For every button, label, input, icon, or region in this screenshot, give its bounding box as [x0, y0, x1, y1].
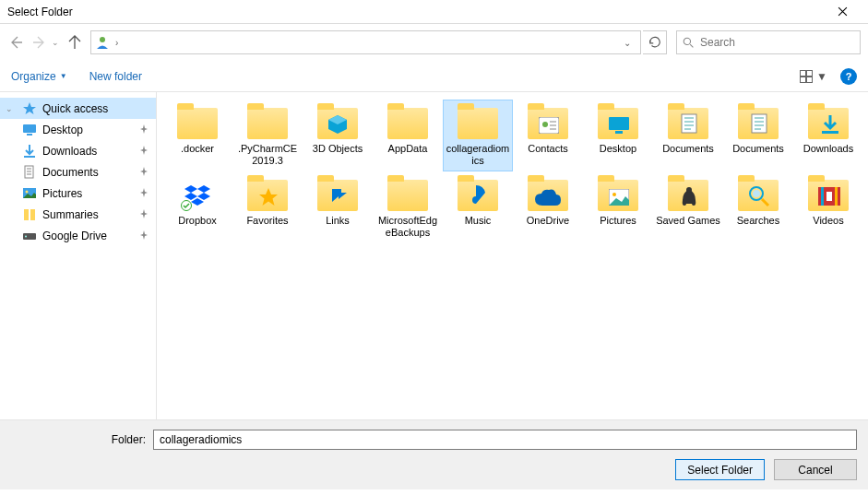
footer: Folder: Select Folder Cancel [0, 419, 868, 489]
folder-item[interactable]: Videos [793, 171, 863, 243]
folder-item[interactable]: MicrosoftEdgeBackups [373, 171, 443, 243]
view-options-button[interactable]: ▼ [800, 70, 827, 83]
folder-label: Documents [732, 143, 784, 155]
folder-item[interactable]: .PyCharmCE2019.3 [232, 100, 303, 171]
folder-item[interactable]: Favorites [232, 171, 303, 243]
arrow-right-icon [32, 35, 47, 50]
cancel-button[interactable]: Cancel [774, 459, 857, 480]
svg-point-21 [612, 193, 616, 196]
address-bar[interactable]: › ⌄ [90, 30, 641, 54]
arrow-left-icon [8, 35, 23, 50]
sidebar-item-label: Pictures [42, 187, 82, 200]
svg-point-0 [100, 37, 105, 42]
svg-rect-8 [24, 209, 29, 220]
svg-rect-28 [826, 192, 832, 201]
folder-item[interactable]: .docker [162, 100, 232, 171]
folder-item[interactable]: Contacts [513, 100, 583, 171]
folder-label: Desktop [600, 143, 636, 155]
folder-icon [456, 104, 500, 141]
folder-item[interactable]: Downloads [793, 100, 863, 171]
desktop-folder-icon [596, 104, 640, 141]
sidebar-item-google-drive[interactable]: Google Drive [0, 225, 156, 246]
svg-rect-16 [682, 114, 696, 133]
folder-item[interactable]: Dropbox [162, 171, 232, 243]
select-folder-button[interactable]: Select Folder [675, 459, 765, 480]
sidebar-item-downloads[interactable]: Downloads [0, 140, 156, 161]
folder-item[interactable]: 3D Objects [303, 100, 373, 171]
folder-label: Pictures [600, 215, 636, 227]
address-dropdown[interactable]: ⌄ [618, 38, 636, 48]
folder-label: Links [326, 215, 350, 227]
pictures-folder-icon [596, 176, 640, 213]
refresh-icon [648, 36, 661, 49]
folder-icon [175, 104, 220, 141]
svg-rect-27 [835, 187, 838, 206]
videos-icon [806, 176, 850, 213]
nav-bar: ⌄ › ⌄ [0, 24, 868, 61]
recent-locations-dropdown[interactable]: ⌄ [52, 38, 59, 47]
sidebar-item-documents[interactable]: Documents [0, 161, 156, 183]
sidebar-item-summaries[interactable]: Summaries [0, 204, 156, 225]
links-icon [315, 176, 360, 213]
up-button[interactable] [66, 34, 83, 51]
folder-item[interactable]: Documents [723, 100, 793, 171]
svg-rect-26 [821, 187, 824, 206]
folder-item[interactable]: AppData [373, 100, 443, 171]
downloads-folder-icon [806, 104, 850, 141]
documents-folder-icon [666, 104, 710, 141]
sidebar-item-quick-access[interactable]: ⌄Quick access [0, 98, 156, 119]
organize-button[interactable]: Organize ▼ [11, 70, 67, 83]
pin-icon [139, 188, 149, 199]
svg-rect-14 [609, 117, 629, 130]
search-box[interactable] [676, 30, 861, 54]
folder-name-input[interactable] [153, 430, 857, 450]
back-button[interactable] [7, 34, 24, 51]
folder-item[interactable]: Searches [723, 171, 793, 243]
expand-caret-icon[interactable]: ⌄ [6, 104, 13, 113]
sidebar-item-label: Quick access [42, 102, 108, 115]
svg-rect-15 [615, 131, 623, 134]
folder-item[interactable]: Music [443, 171, 513, 243]
sidebar: ⌄Quick accessDesktopDownloadsDocumentsPi… [0, 92, 157, 419]
toolbar: Organize ▼ New folder ▼ ? [0, 61, 868, 92]
music-icon [456, 176, 500, 213]
folder-item[interactable]: Desktop [583, 100, 653, 171]
folder-item[interactable]: Links [303, 171, 373, 243]
svg-point-13 [542, 122, 548, 127]
forward-button[interactable] [31, 34, 48, 51]
body-area: ⌄Quick accessDesktopDownloadsDocumentsPi… [0, 92, 868, 419]
folder-label: 3D Objects [313, 143, 363, 155]
downloads-icon [22, 144, 37, 159]
folder-label: .PyCharmCE2019.3 [235, 143, 300, 167]
close-button[interactable] [824, 0, 861, 24]
folder-icon [386, 104, 430, 141]
folder-item[interactable]: Saved Games [653, 171, 723, 243]
folder-label: Searches [737, 215, 779, 227]
help-button[interactable]: ? [840, 68, 857, 85]
pictures-icon [22, 186, 37, 201]
sidebar-item-label: Google Drive [42, 230, 107, 242]
svg-point-11 [25, 235, 27, 237]
folder-label: AppData [388, 143, 428, 155]
folder-item[interactable]: Pictures [583, 171, 653, 243]
window-title: Select Folder [7, 6, 824, 18]
desktop-icon [22, 123, 37, 137]
pin-icon [139, 209, 149, 220]
search-input[interactable] [700, 36, 854, 49]
folder-label: Videos [813, 215, 843, 227]
favorites-icon [245, 176, 290, 213]
svg-rect-17 [752, 114, 767, 133]
folder-item[interactable]: collageradiomics [443, 100, 513, 171]
folders-view[interactable]: .docker.PyCharmCE2019.33D ObjectsAppData… [157, 92, 868, 419]
folder-item[interactable]: Documents [653, 100, 723, 171]
folder-item[interactable]: OneDrive [513, 171, 583, 243]
folder-icon [386, 176, 430, 213]
folder-icon [245, 104, 290, 141]
new-folder-button[interactable]: New folder [89, 70, 142, 83]
documents-icon [22, 165, 37, 180]
sidebar-item-pictures[interactable]: Pictures [0, 183, 156, 204]
folder-label: MicrosoftEdgeBackups [375, 215, 440, 239]
refresh-button[interactable] [643, 30, 667, 54]
title-bar: Select Folder [0, 0, 868, 24]
sidebar-item-desktop[interactable]: Desktop [0, 119, 156, 140]
